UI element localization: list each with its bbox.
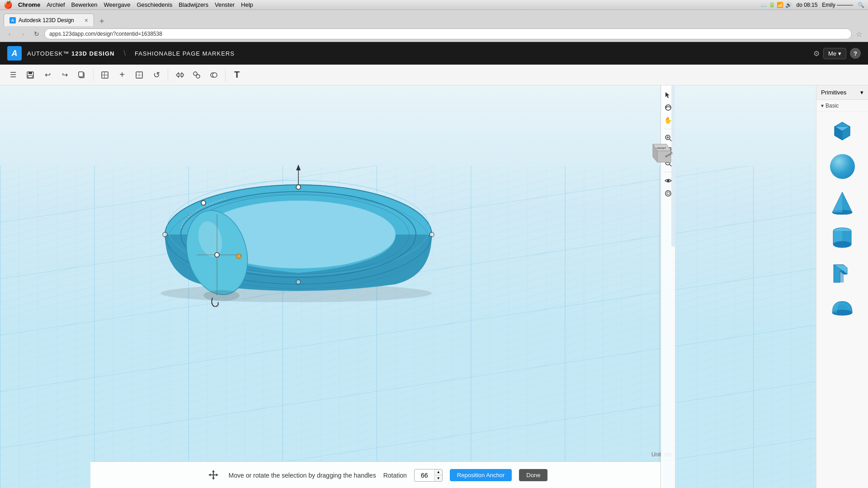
- help-button[interactable]: ?: [850, 48, 861, 59]
- primitive-cube[interactable]: [828, 117, 857, 145]
- pan-tool[interactable]: ✋: [662, 114, 674, 126]
- snap-button[interactable]: [132, 67, 147, 83]
- primitives-title: Primitives: [821, 89, 846, 96]
- settings-icon[interactable]: ⚙: [813, 49, 820, 58]
- venster-menu[interactable]: Venster: [215, 1, 235, 8]
- svg-point-28: [429, 232, 434, 237]
- basic-section-label: Basic: [826, 103, 839, 109]
- rotation-spinners[interactable]: ▲ ▼: [434, 469, 442, 482]
- header-right: ⚙ Me ▾ ?: [813, 48, 861, 59]
- primitive-half-sphere[interactable]: [828, 295, 857, 324]
- app: A AUTODESK™ 123D DESIGN \ FASHIONABLE PA…: [0, 42, 868, 488]
- rotation-decrement[interactable]: ▼: [435, 475, 442, 482]
- select-tool[interactable]: [662, 89, 674, 101]
- toolbar: ☰ ↩ ↪ + ↺ T: [0, 65, 868, 85]
- toolbar-divider-2: [664, 172, 673, 172]
- svg-point-26: [296, 280, 301, 284]
- view-cube[interactable]: FRONT RIGHT: [646, 140, 673, 167]
- toolbar-separator-3: [225, 69, 226, 81]
- redo-button[interactable]: ↪: [57, 67, 72, 83]
- svg-text:FRONT: FRONT: [657, 147, 666, 150]
- weergave-menu[interactable]: Weergave: [104, 1, 130, 8]
- chrome-menu[interactable]: Chrome: [18, 1, 40, 8]
- rotation-label: Rotation: [383, 472, 407, 479]
- svg-rect-1: [28, 72, 32, 74]
- svg-point-14: [212, 73, 217, 77]
- primitives-header: Primitives ▾: [816, 85, 868, 100]
- subtract-button[interactable]: [206, 67, 222, 83]
- geschiedenis-menu[interactable]: Geschiedenis: [137, 1, 172, 8]
- status-instruction: Move or rotate the selection by dragging…: [229, 472, 376, 479]
- refresh-button[interactable]: ↺: [149, 67, 164, 83]
- bladwijzers-menu[interactable]: Bladwijzers: [179, 1, 208, 8]
- primitives-dropdown-icon[interactable]: ▾: [860, 89, 863, 96]
- transform-button[interactable]: [172, 67, 187, 83]
- svg-point-12: [196, 75, 200, 78]
- bookmark-btn[interactable]: ☆: [854, 28, 864, 39]
- 3d-torus[interactable]: [127, 144, 466, 307]
- primitive-bracket[interactable]: [828, 259, 857, 288]
- project-name: FASHIONABLE PAGE MARKERS: [135, 50, 235, 57]
- app-title: AUTODESK™ 123D DESIGN: [27, 50, 114, 57]
- text-button[interactable]: T: [229, 67, 245, 83]
- system-icons: ⌨️ 🔋 📶 🔊: [760, 2, 792, 8]
- address-bar-row: ‹ › ↻ apps.123dapp.com/design?contentid=…: [0, 26, 868, 42]
- copy-button[interactable]: [74, 67, 90, 83]
- app-logo: A: [7, 46, 22, 61]
- rotation-input[interactable]: 66 ▲ ▼: [414, 469, 443, 482]
- search-icon[interactable]: 🔍: [858, 2, 864, 8]
- add-button[interactable]: +: [114, 67, 130, 83]
- primitive-cone[interactable]: [828, 188, 857, 216]
- mac-menubar: 🍎 Chrome Archief Bewerken Weergave Gesch…: [0, 0, 868, 10]
- tab-close-btn[interactable]: ×: [85, 17, 88, 24]
- me-button[interactable]: Me ▾: [823, 48, 846, 59]
- reposition-anchor-button[interactable]: Reposition Anchor: [450, 469, 512, 481]
- address-bar[interactable]: apps.123dapp.com/design?contentid=163853…: [44, 28, 852, 39]
- svg-point-29: [201, 201, 206, 205]
- undo-button[interactable]: ↩: [40, 67, 55, 83]
- tab-favicon: A: [9, 17, 16, 23]
- apple-logo[interactable]: 🍎: [4, 0, 13, 9]
- rotation-value[interactable]: 66: [415, 469, 434, 482]
- bottom-status-bar: Move or rotate the selection by dragging…: [90, 461, 662, 488]
- forward-btn[interactable]: ›: [17, 28, 29, 40]
- paint-tool[interactable]: [662, 188, 674, 199]
- user-name: Emily ———: [822, 2, 853, 8]
- grid-button[interactable]: [97, 67, 113, 83]
- done-button[interactable]: Done: [519, 469, 547, 481]
- archief-menu[interactable]: Archief: [47, 1, 65, 8]
- group-button[interactable]: [189, 67, 204, 83]
- svg-rect-8: [136, 72, 142, 78]
- rotation-increment[interactable]: ▲: [435, 469, 442, 475]
- browser-chrome: A Autodesk 123D Design × + ‹ › ↻ apps.12…: [0, 10, 868, 42]
- svg-marker-55: [657, 151, 671, 162]
- toolbar-divider-1: [664, 129, 673, 129]
- app-name-prefix: AUTODESK: [27, 50, 63, 57]
- toolbar-separator-2: [168, 69, 168, 81]
- url-text: apps.123dapp.com/design?contentid=163853…: [49, 31, 162, 37]
- main-content: ✋: [0, 85, 868, 488]
- svg-point-27: [163, 232, 167, 237]
- svg-point-51: [665, 191, 671, 196]
- primitives-grid: [816, 112, 868, 328]
- help-menu[interactable]: Help: [241, 1, 253, 8]
- orbit-tool[interactable]: [662, 102, 674, 113]
- back-btn[interactable]: ‹: [4, 28, 15, 40]
- primitive-cylinder[interactable]: [828, 224, 857, 252]
- eye-tool[interactable]: [662, 175, 674, 187]
- new-tab-btn[interactable]: +: [96, 17, 108, 26]
- refresh-btn[interactable]: ↻: [31, 28, 42, 40]
- collapse-icon[interactable]: ▾: [821, 103, 824, 109]
- app-header: A AUTODESK™ 123D DESIGN \ FASHIONABLE PA…: [0, 42, 868, 65]
- active-tab[interactable]: A Autodesk 123D Design ×: [4, 14, 94, 26]
- 3d-viewport[interactable]: ✋: [0, 85, 816, 488]
- menu-button[interactable]: ☰: [5, 67, 21, 83]
- svg-rect-2: [28, 75, 33, 78]
- primitives-panel: Primitives ▾ ▾ Basic: [816, 85, 868, 488]
- svg-marker-32: [296, 164, 301, 170]
- tab-bar: A Autodesk 123D Design × +: [0, 10, 868, 26]
- bewerken-menu[interactable]: Bewerken: [71, 1, 98, 8]
- primitive-sphere[interactable]: [828, 152, 857, 181]
- svg-point-52: [667, 192, 670, 195]
- save-button[interactable]: [23, 67, 38, 83]
